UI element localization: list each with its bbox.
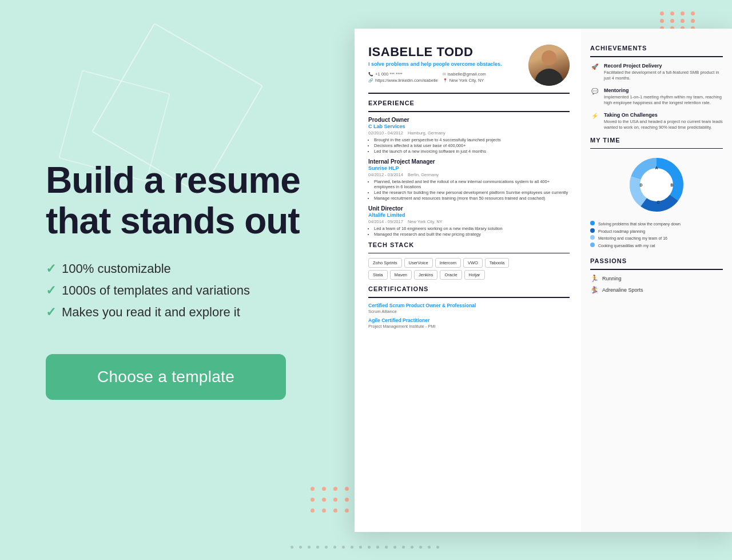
cert-org-1: Scrum Alliance <box>368 309 570 314</box>
achievement-desc-1: Facilitated the development of a full-fe… <box>604 70 723 82</box>
contact-location: 📍 New York City, NY <box>443 78 512 83</box>
bullet: Brought in the user perspective to 4 suc… <box>374 137 570 142</box>
my-time-divider <box>590 148 723 149</box>
legend-item-a: Solving problems that slow the company d… <box>590 221 723 228</box>
features-list: ✓ 100% customizable ✓ 1000s of templates… <box>46 261 320 327</box>
phone-icon: 📞 <box>368 72 373 77</box>
location-icon: 📍 <box>443 78 448 83</box>
feature-item: ✓ 1000s of templates and variations <box>46 283 320 298</box>
tech-tag: UserVoice <box>404 258 433 268</box>
job-location-1: Hamburg, Germany <box>408 130 445 136</box>
tech-divider <box>368 253 570 254</box>
achievement-desc-3: Moved to the USA and headed a project no… <box>604 119 723 131</box>
tech-section-title: TECH STACK <box>368 241 570 248</box>
feature-item: ✓ 100% customizable <box>46 261 320 276</box>
bullet: Planned, beta-tested and led the rollout… <box>374 179 570 189</box>
tech-tag: Zoho Sprints <box>368 258 402 268</box>
tech-tag: Stata <box>368 270 388 280</box>
resume-preview: ISABELLE TODD I solve problems and help … <box>355 29 732 532</box>
section-divider <box>368 111 570 112</box>
email-icon: ✉ <box>443 72 446 77</box>
legend-item-b: Product roadmap planning <box>590 228 723 236</box>
tech-tag: VWO <box>463 258 483 268</box>
bullet: Led the research for building the new pe… <box>374 190 570 195</box>
my-time-title: MY TIME <box>590 137 723 144</box>
bullet: Managed the research and built the new p… <box>374 232 570 237</box>
choose-template-button[interactable]: Choose a template <box>46 354 286 400</box>
passion-text-1: Running <box>602 276 622 281</box>
job-location-3: New York City, NY <box>408 219 443 224</box>
achievement-1: 🚀 Record Project Delivery Facilitated th… <box>590 63 723 82</box>
job-title-3: Unit Director <box>368 205 570 212</box>
experience-section-title: EXPERIENCE <box>368 100 570 106</box>
resume-right-column: ACHIEVEMENTS 🚀 Record Project Delivery F… <box>581 29 732 532</box>
tech-tag: Maven <box>390 270 412 280</box>
cert-name-2: Agile Certified Practitioner <box>368 317 570 323</box>
resume-contact: 📞 +1 000 *** **** ✉ isabelle@gmail.com 🔗… <box>368 72 512 83</box>
cert-org-2: Project Management Institute - PMI <box>368 324 570 329</box>
chart-legend: Solving problems that slow the company d… <box>590 221 723 249</box>
legend-dot-a <box>590 221 595 225</box>
achievement-2: 💬 Mentoring Implemented 1-on-1 meeting r… <box>590 88 723 106</box>
main-title: Build a resume that stands out <box>46 160 320 241</box>
passions-title: PASSIONS <box>590 257 723 264</box>
legend-item-d: Cooking quesadillas with my cat <box>590 243 723 250</box>
passion-text-2: Adrenaline Sports <box>602 287 643 293</box>
achievement-title-1: Record Project Delivery <box>604 63 723 69</box>
resume-left-column: ISABELLE TODD I solve problems and help … <box>355 29 581 532</box>
tech-tag: Jenkins <box>414 270 437 280</box>
cert-divider <box>368 297 570 298</box>
legend-dot-b <box>590 228 595 233</box>
legend-item-c: Mentoring and coaching my team of 16 <box>590 235 723 243</box>
legend-dot-c <box>590 235 595 240</box>
bullet: Led a team of 16 engineers working on a … <box>374 226 570 231</box>
bullet: Decisions affected a total user base of … <box>374 143 570 148</box>
sports-icon: 🏂 <box>590 286 599 294</box>
achievement-icon-1: 🚀 <box>590 63 599 73</box>
job-bullets-1: Brought in the user perspective to 4 suc… <box>368 137 570 154</box>
achievement-icon-3: ⚡ <box>590 113 599 122</box>
feature-item: ✓ Makes you read it and explore it <box>46 305 320 320</box>
contact-linkedin: 🔗 https://www.linkedin.com/isabelle <box>368 78 438 83</box>
resume-tagline: I solve problems and help people overcom… <box>368 61 512 67</box>
legend-dot-d <box>590 243 595 247</box>
svg-text:D: D <box>639 183 642 187</box>
achievement-desc-2: Implemented 1-on-1 meeting rhythm within… <box>604 94 723 106</box>
job-meta-2: 04/2012 - 03/2014 Berlin, Germany <box>368 172 570 177</box>
achievement-3: ⚡ Taking On Challenges Moved to the USA … <box>590 112 723 131</box>
achievement-text-1: Record Project Delivery Facilitated the … <box>604 63 723 82</box>
avatar-image <box>528 45 570 86</box>
achievements-divider <box>590 56 723 57</box>
contact-email: ✉ isabelle@gmail.com <box>443 72 512 77</box>
tech-tag: Intercom <box>435 258 461 268</box>
resume-header-text: ISABELLE TODD I solve problems and help … <box>368 45 512 84</box>
job-bullets-2: Planned, beta-tested and led the rollout… <box>368 179 570 201</box>
job-company-3: Altalife Limited <box>368 212 570 218</box>
job-title-2: Internal Project Manager <box>368 158 570 165</box>
passions-divider <box>590 269 723 270</box>
tech-tag: Oracle <box>440 270 462 280</box>
checkmark-icon: ✓ <box>46 261 56 276</box>
donut-chart: A B C D <box>590 153 723 216</box>
bullet: Led the launch of a new invoicing softwa… <box>374 149 570 154</box>
tech-tag: Taboola <box>485 258 509 268</box>
svg-text:B: B <box>670 183 673 187</box>
job-meta-1: 02/2010 - 04/2012 Hamburg, Germany <box>368 130 570 136</box>
running-icon: 🏃 <box>590 275 599 283</box>
tech-tags-row2: Stata Maven Jenkins Oracle Hotjar <box>368 270 570 280</box>
achievement-text-3: Taking On Challenges Moved to the USA an… <box>604 112 723 131</box>
avatar <box>528 45 570 86</box>
left-panel: Build a resume that stands out ✓ 100% cu… <box>0 0 355 560</box>
bullet: Manage recruitment and resources trainin… <box>374 196 570 201</box>
job-location-2: Berlin, Germany <box>408 172 439 177</box>
job-meta-3: 04/2014 - 09/2017 New York City, NY <box>368 219 570 224</box>
svg-text:C: C <box>657 200 659 204</box>
job-title-1: Product Owner <box>368 117 570 123</box>
donut-svg: A B C D <box>625 153 688 216</box>
tech-tags-row1: Zoho Sprints UserVoice Intercom VWO Tabo… <box>368 258 570 268</box>
tech-tag: Hotjar <box>464 270 485 280</box>
svg-point-5 <box>640 169 673 201</box>
contact-phone: 📞 +1 000 *** **** <box>368 72 438 77</box>
achievement-title-2: Mentoring <box>604 88 723 93</box>
deco-dots-tr <box>660 11 698 30</box>
